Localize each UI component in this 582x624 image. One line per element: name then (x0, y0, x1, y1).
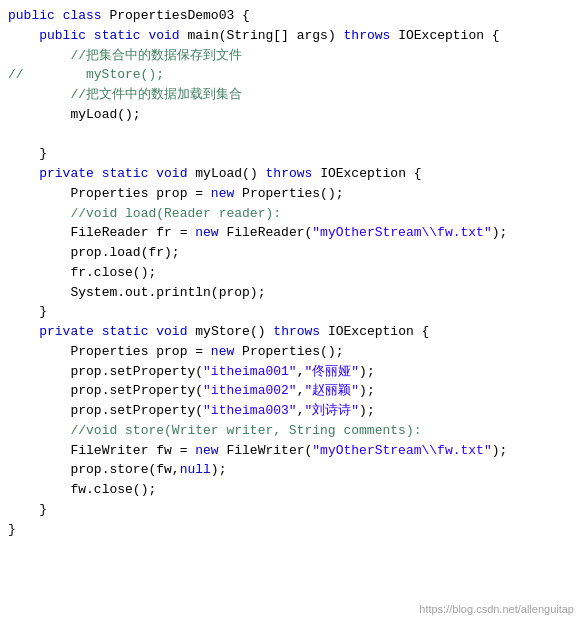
code-line-26: } (8, 500, 574, 520)
code-line-16: } (8, 302, 574, 322)
code-line-7 (8, 125, 574, 145)
code-line-23: FileWriter fw = new FileWriter("myOtherS… (8, 441, 574, 461)
code-line-8: } (8, 144, 574, 164)
code-line-11: //void load(Reader reader): (8, 204, 574, 224)
code-line-14: fr.close(); (8, 263, 574, 283)
code-line-6: myLoad(); (8, 105, 574, 125)
code-line-4: // myStore(); (8, 65, 574, 85)
code-line-3: //把集合中的数据保存到文件 (8, 46, 574, 66)
code-editor: public class PropertiesDemo03 { public s… (0, 0, 582, 624)
code-line-18: Properties prop = new Properties(); (8, 342, 574, 362)
code-line-22: //void store(Writer writer, String comme… (8, 421, 574, 441)
code-line-24: prop.store(fw,null); (8, 460, 574, 480)
code-line-17: private static void myStore() throws IOE… (8, 322, 574, 342)
code-line-5: //把文件中的数据加载到集合 (8, 85, 574, 105)
code-line-20: prop.setProperty("itheima002","赵丽颖"); (8, 381, 574, 401)
code-line-15: System.out.println(prop); (8, 283, 574, 303)
code-line-25: fw.close(); (8, 480, 574, 500)
code-line-9: private static void myLoad() throws IOEx… (8, 164, 574, 184)
code-line-2: public static void main(String[] args) t… (8, 26, 574, 46)
code-line-12: FileReader fr = new FileReader("myOtherS… (8, 223, 574, 243)
code-line-19: prop.setProperty("itheima001","佟丽娅"); (8, 362, 574, 382)
code-line-1: public class PropertiesDemo03 { (8, 6, 574, 26)
code-line-27: } (8, 520, 574, 540)
watermark: https://blog.csdn.net/allenguitар (419, 601, 574, 618)
code-line-21: prop.setProperty("itheima003","刘诗诗"); (8, 401, 574, 421)
code-line-13: prop.load(fr); (8, 243, 574, 263)
code-line-10: Properties prop = new Properties(); (8, 184, 574, 204)
